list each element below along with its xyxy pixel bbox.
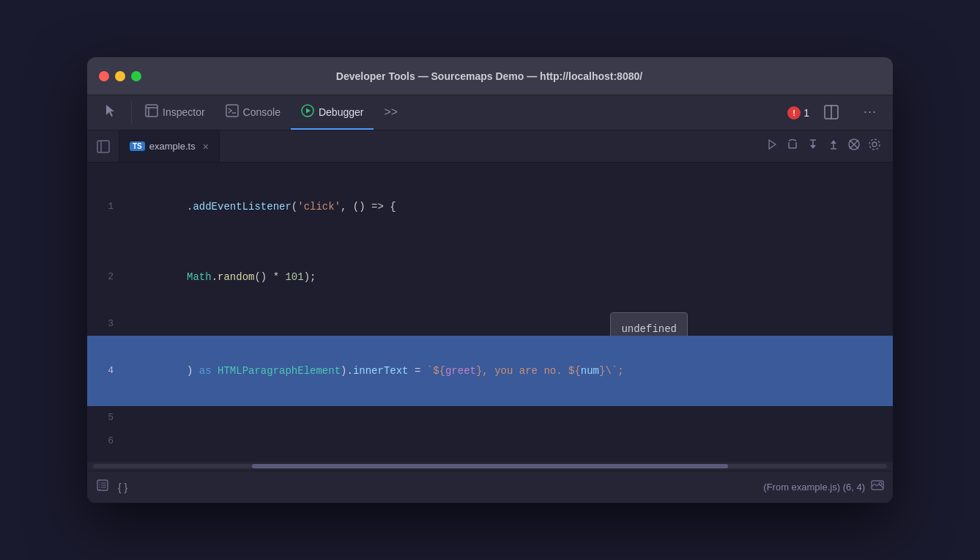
error-count: 1 <box>803 107 809 119</box>
step-in-button[interactable] <box>806 138 820 155</box>
close-tab-button[interactable]: × <box>203 141 209 152</box>
toolbar-right: ! 1 ··· <box>787 95 887 130</box>
code-panel: TS example.ts × <box>87 130 893 503</box>
layout-icon <box>824 105 839 119</box>
ts-badge: TS <box>130 141 145 151</box>
toolbar: Inspector Console Debugger >> <box>87 95 893 130</box>
svg-point-25 <box>869 139 880 150</box>
svg-marker-11 <box>769 140 776 149</box>
position-text: (From example.js) (6, 4) <box>763 482 865 493</box>
code-line-2: 2 Math.random() * 101); <box>87 242 893 312</box>
panel-toggle-icon <box>97 140 110 153</box>
inspector-label: Inspector <box>163 106 205 118</box>
deactivate-button[interactable] <box>847 138 861 155</box>
tab-inspector[interactable]: Inspector <box>135 95 215 130</box>
window-title: Developer Tools — Sourcemaps Demo — http… <box>97 70 881 82</box>
line-number-4: 4 <box>93 359 114 383</box>
overflow-icon: ··· <box>864 104 877 119</box>
file-name: example.ts <box>149 141 196 152</box>
svg-marker-16 <box>810 145 816 149</box>
code-line-1: 1 .addEventListener('click', () => { <box>87 172 893 242</box>
code-line-4: 4 ) as HTMLParagraphElement).innerText =… <box>87 336 893 406</box>
code-line-5: 5 <box>87 406 893 430</box>
step-over-button[interactable] <box>786 138 799 155</box>
code-line-6: 6 <box>87 430 893 453</box>
error-badge: ! 1 <box>787 106 809 119</box>
console-icon <box>226 104 239 120</box>
tab-console[interactable]: Console <box>215 95 291 130</box>
resume-button[interactable] <box>765 138 779 155</box>
statusbar: { } (From example.js) (6, 4) <box>87 471 893 503</box>
svg-rect-9 <box>97 141 109 152</box>
line-number-5: 5 <box>93 406 114 430</box>
file-tab-example-ts[interactable]: TS example.ts × <box>119 130 220 162</box>
code-content-2: Math.random() * 101); <box>125 242 316 312</box>
code-content-3 <box>125 312 131 336</box>
svg-marker-6 <box>306 108 311 113</box>
tab-debugger[interactable]: Debugger <box>291 95 374 130</box>
statusbar-right: (From example.js) (6, 4) <box>763 479 884 495</box>
braces-icon[interactable]: { } <box>118 482 127 493</box>
step-out-button[interactable] <box>827 138 840 155</box>
more-tabs[interactable]: >> <box>374 95 408 130</box>
svg-marker-19 <box>831 140 836 144</box>
pointer-icon <box>103 103 118 121</box>
inspector-icon <box>145 104 158 120</box>
image-icon[interactable] <box>871 479 884 495</box>
notes-icon[interactable] <box>96 479 109 495</box>
overflow-menu[interactable]: ··· <box>853 104 887 121</box>
scrollbar-track <box>93 464 887 468</box>
layout-toggle[interactable] <box>814 105 849 121</box>
line-number-3: 3 <box>93 312 114 336</box>
scrollbar-thumb <box>252 464 728 468</box>
code-content-1: .addEventListener('click', () => { <box>125 172 396 242</box>
code-content-4: ) as HTMLParagraphElement).innerText = `… <box>125 336 624 406</box>
devtools-window: Developer Tools — Sourcemaps Demo — http… <box>87 57 893 503</box>
horizontal-scrollbar[interactable] <box>87 462 893 471</box>
line-number-6: 6 <box>93 430 114 453</box>
svg-rect-0 <box>146 105 157 117</box>
separator-1 <box>131 101 132 124</box>
svg-point-24 <box>872 142 877 147</box>
code-editor[interactable]: 1 .addEventListener('click', () => { 2 M… <box>87 163 893 462</box>
line-number-1: 1 <box>93 195 114 218</box>
error-icon: ! <box>787 106 801 119</box>
file-tabs: TS example.ts × <box>87 130 893 163</box>
code-line-3: 3 undefined <box>87 312 893 336</box>
sidebar-toggle[interactable] <box>87 130 119 162</box>
debugger-actions <box>754 130 893 162</box>
statusbar-left: { } <box>96 479 127 495</box>
settings-button[interactable] <box>868 138 881 155</box>
code-content-6 <box>125 430 131 453</box>
svg-point-32 <box>879 482 882 485</box>
pointer-tool[interactable] <box>93 95 128 130</box>
code-content-5 <box>125 406 131 430</box>
console-label: Console <box>243 106 281 118</box>
debugger-label: Debugger <box>319 106 364 118</box>
titlebar: Developer Tools — Sourcemaps Demo — http… <box>87 57 893 95</box>
debugger-icon <box>301 104 314 120</box>
line-number-2: 2 <box>93 265 114 289</box>
chevron-right-icon: >> <box>384 106 398 119</box>
